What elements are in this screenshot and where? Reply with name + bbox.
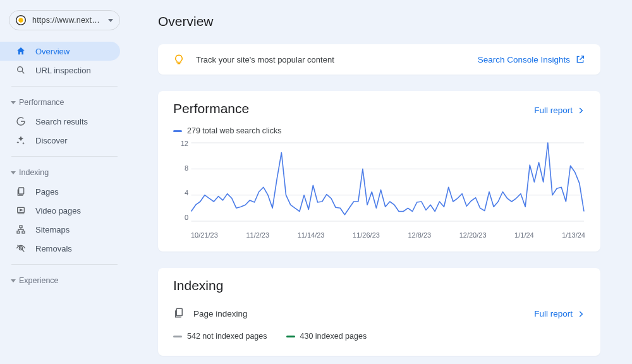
x-axis-labels: 10/21/2311/2/2311/14/2311/26/2312/8/2312… xyxy=(173,229,585,239)
legend-label: 542 not indexed pages xyxy=(187,332,267,341)
legend-item-clicks: 279 total web search clicks xyxy=(173,126,281,135)
x-tick-label: 11/26/23 xyxy=(353,231,380,239)
chevron-right-icon xyxy=(576,310,585,318)
legend-item-not-indexed: 542 not indexed pages xyxy=(173,332,267,341)
main-content: Overview Track your site's most popular … xyxy=(126,0,632,364)
y-tick-label: 0 xyxy=(185,214,188,221)
sidebar-item-url-inspection[interactable]: URL inspection xyxy=(0,61,126,80)
chevron-right-icon xyxy=(576,106,585,115)
sidebar-item-search-results[interactable]: Search results xyxy=(0,112,126,131)
insights-text: Track your site's most popular content xyxy=(196,55,334,64)
legend-swatch xyxy=(173,336,182,337)
chevron-down-icon xyxy=(108,19,113,22)
performance-card: Performance Full report 279 total web se… xyxy=(158,91,600,252)
sidebar-group-performance[interactable]: Performance xyxy=(0,93,126,112)
sidebar-item-label: Sitemaps xyxy=(35,225,70,234)
sidebar-item-label: Search results xyxy=(35,117,88,126)
lightbulb-icon xyxy=(173,54,185,65)
performance-title: Performance xyxy=(173,101,249,116)
performance-legend: 279 total web search clicks xyxy=(173,126,585,135)
sidebar-item-removals[interactable]: Removals xyxy=(0,239,126,258)
svg-rect-11 xyxy=(176,308,182,315)
sidebar: https://www.nextste… Overview URL inspec… xyxy=(0,0,126,364)
home-icon xyxy=(15,46,27,57)
svg-point-0 xyxy=(18,67,23,72)
indexing-legend: 542 not indexed pages 430 indexed pages xyxy=(173,332,585,341)
legend-label: 279 total web search clicks xyxy=(187,126,281,135)
video-pages-icon xyxy=(15,205,27,216)
sidebar-item-sitemaps[interactable]: Sitemaps xyxy=(0,220,126,239)
divider xyxy=(11,156,118,157)
page-indexing-label: Page indexing xyxy=(193,309,248,318)
full-report-label: Full report xyxy=(534,106,573,115)
legend-item-indexed: 430 indexed pages xyxy=(286,332,367,341)
legend-label: 430 indexed pages xyxy=(300,332,367,341)
svg-rect-3 xyxy=(20,226,22,228)
legend-swatch xyxy=(286,336,295,337)
divider xyxy=(11,86,118,87)
sidebar-group-label: Performance xyxy=(19,98,64,107)
sidebar-item-label: Discover xyxy=(35,136,68,145)
x-tick-label: 1/13/24 xyxy=(562,231,585,239)
indexing-full-report-link[interactable]: Full report xyxy=(534,309,585,318)
x-tick-label: 1/1/24 xyxy=(514,231,534,239)
sidebar-item-video-pages[interactable]: Video pages xyxy=(0,201,126,220)
magnifier-icon xyxy=(15,64,27,76)
sidebar-item-overview[interactable]: Overview xyxy=(0,42,120,61)
full-report-label: Full report xyxy=(534,309,573,318)
svg-rect-4 xyxy=(17,231,20,233)
legend-swatch xyxy=(173,130,182,132)
sidebar-group-indexing[interactable]: Indexing xyxy=(0,163,126,182)
pages-icon xyxy=(15,186,27,197)
sidebar-item-label: URL inspection xyxy=(35,66,91,75)
chart-svg xyxy=(173,140,585,229)
discover-icon xyxy=(15,135,27,146)
google-g-icon xyxy=(15,116,27,127)
sidebar-group-label: Experience xyxy=(19,276,59,285)
insights-link-label: Search Console Insights xyxy=(478,55,570,64)
pages-icon xyxy=(173,307,185,320)
external-link-icon xyxy=(575,54,585,64)
property-url: https://www.nextste… xyxy=(32,16,103,25)
x-tick-label: 12/20/23 xyxy=(459,231,487,239)
svg-rect-1 xyxy=(19,188,24,194)
divider xyxy=(11,264,118,265)
property-favicon-icon xyxy=(16,15,26,25)
svg-rect-5 xyxy=(22,231,25,233)
x-tick-label: 12/8/23 xyxy=(408,231,431,239)
y-tick-label: 8 xyxy=(185,165,188,172)
y-tick-label: 4 xyxy=(185,190,188,197)
x-tick-label: 10/21/23 xyxy=(191,231,218,239)
y-axis-labels: 12840 xyxy=(173,140,188,221)
indexing-title: Indexing xyxy=(173,278,223,293)
performance-full-report-link[interactable]: Full report xyxy=(534,106,585,115)
x-tick-label: 11/2/23 xyxy=(246,231,269,239)
sidebar-item-label: Removals xyxy=(35,244,72,253)
property-selector[interactable]: https://www.nextste… xyxy=(9,10,120,30)
y-tick-label: 12 xyxy=(181,140,188,147)
performance-chart: 12840 10/21/2311/2/2311/14/2311/26/2312/… xyxy=(173,140,585,241)
insights-banner: Track your site's most popular content S… xyxy=(158,44,600,75)
sidebar-item-pages[interactable]: Pages xyxy=(0,182,126,201)
removals-icon xyxy=(15,243,27,254)
sidebar-item-label: Overview xyxy=(35,47,70,56)
sidebar-item-label: Video pages xyxy=(35,206,81,215)
sidebar-item-label: Pages xyxy=(35,187,59,197)
sitemaps-icon xyxy=(15,224,27,235)
sidebar-item-discover[interactable]: Discover xyxy=(0,131,126,150)
indexing-card: Indexing Page indexing Full report 542 n… xyxy=(158,268,600,356)
insights-link[interactable]: Search Console Insights xyxy=(478,54,585,64)
x-tick-label: 11/14/23 xyxy=(298,231,325,239)
sidebar-group-experience[interactable]: Experience xyxy=(0,271,126,290)
page-title: Overview xyxy=(158,14,600,29)
sidebar-group-label: Indexing xyxy=(19,168,49,177)
